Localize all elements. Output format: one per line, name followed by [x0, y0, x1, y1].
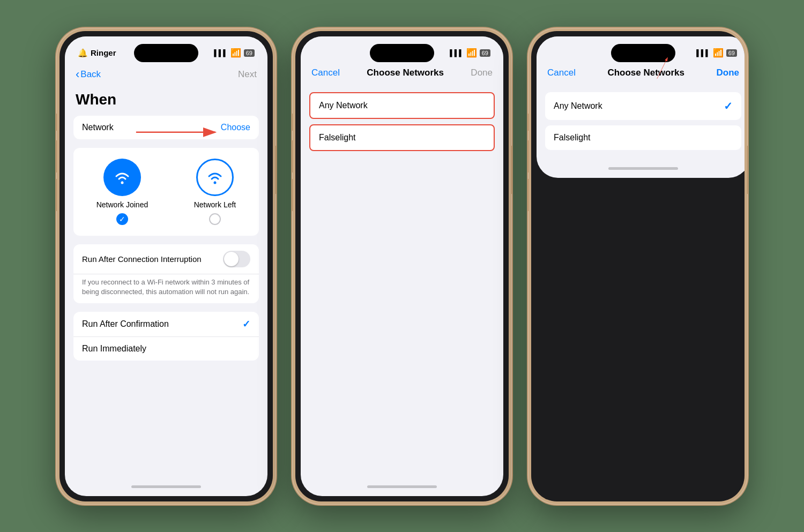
ringer-text: Ringer [91, 48, 116, 57]
wifi-left-circle [196, 159, 234, 196]
any-network-checkmark: ✓ [724, 100, 733, 113]
falselight-label-2: Falselight [319, 133, 355, 142]
any-network-item-2[interactable]: Any Network [309, 92, 495, 119]
cancel-label-2: Cancel [311, 68, 340, 78]
battery-status-2: 69 [480, 49, 490, 57]
nav-bar-3: Cancel Choose Networks Done [537, 63, 745, 83]
done-button-3[interactable]: Done [716, 68, 739, 78]
dynamic-island [134, 44, 198, 62]
interruption-row[interactable]: Run After Connection Interruption [73, 244, 259, 274]
signal-icon-3: ▌▌▌ [696, 49, 710, 57]
run-immediately-label: Run Immediately [82, 344, 146, 354]
battery-status-3: 69 [726, 49, 737, 57]
cancel-button-2[interactable]: Cancel [311, 68, 340, 78]
home-bar-2 [367, 485, 437, 488]
home-indicator-2 [301, 478, 503, 496]
any-network-label-2: Any Network [319, 101, 368, 110]
falselight-item-3[interactable]: Falselight [545, 125, 741, 150]
dynamic-island-2 [370, 44, 434, 62]
chevron-left-icon: ‹ [76, 68, 79, 81]
interruption-card: Run After Connection Interruption If you… [73, 244, 259, 303]
run-immediately-row[interactable]: Run Immediately [73, 337, 259, 361]
toggle-knob [224, 252, 239, 266]
interruption-desc: If you reconnect to a Wi-Fi network with… [73, 274, 259, 303]
nav-bar-1: ‹ Back Next [65, 63, 267, 86]
network-joined-radio[interactable]: ✓ [116, 213, 128, 225]
any-network-item-3[interactable]: Any Network ✓ [545, 92, 741, 120]
battery-status: 69 [244, 49, 255, 57]
home-indicator-1 [65, 478, 267, 496]
dynamic-island-3 [611, 44, 675, 62]
status-left-1: 🔔 Ringer [78, 48, 121, 58]
network-value: Choose [221, 123, 250, 132]
any-network-label-3: Any Network [554, 101, 602, 111]
run-after-confirmation-row[interactable]: Run After Confirmation ✓ [73, 312, 259, 337]
back-label-1: Back [80, 69, 101, 80]
signal-icon: ▌▌▌ [214, 49, 228, 57]
nav-bar-2: Cancel Choose Networks Done [301, 63, 503, 83]
confirmation-checkmark: ✓ [242, 318, 250, 330]
wifi-status-icon-2: 📶 [466, 48, 477, 58]
cancel-button-3[interactable]: Cancel [547, 68, 576, 78]
network-card: Network Choose [73, 116, 259, 139]
network-left-label: Network Left [194, 200, 236, 209]
content-1: When Network Choose [65, 86, 267, 478]
run-after-confirmation-label: Run After Confirmation [82, 319, 169, 329]
content-3: Any Network ✓ Falselight [537, 83, 745, 160]
run-options-card: Run After Confirmation ✓ Run Immediately [73, 312, 259, 361]
network-joined-option[interactable]: Network Joined ✓ [96, 159, 148, 225]
network-left-option[interactable]: Network Left [194, 159, 236, 225]
next-button[interactable]: Next [238, 69, 257, 80]
nav-title-3: Choose Networks [607, 68, 684, 78]
network-row[interactable]: Network Choose [73, 116, 259, 139]
phone-3: 3:04 ▌▌▌ 📶 69 Cancel Choose Networks Don… [528, 28, 748, 505]
wifi-left-icon [205, 169, 225, 185]
network-label: Network [82, 123, 114, 132]
interruption-label: Run After Connection Interruption [82, 254, 223, 264]
content-2: Any Network Falselight [301, 83, 503, 478]
network-joined-label: Network Joined [96, 200, 148, 209]
falselight-label-3: Falselight [554, 133, 590, 142]
phone-2: 3:03 ▌▌▌ 📶 69 Cancel Choose Networks Don… [292, 28, 512, 505]
wifi-status-icon-3: 📶 [713, 48, 724, 58]
signal-icon-2: ▌▌▌ [450, 49, 464, 57]
status-right-2: ▌▌▌ 📶 69 [448, 48, 490, 58]
network-left-radio[interactable] [209, 213, 221, 225]
back-button-1[interactable]: ‹ Back [76, 68, 101, 81]
section-title-1: When [73, 86, 259, 116]
nav-title-2: Choose Networks [367, 68, 444, 78]
home-bar-3 [608, 167, 678, 170]
status-right-3: ▌▌▌ 📶 69 [694, 48, 737, 58]
wifi-joined-icon [112, 169, 132, 185]
phone-1: 🔔 Ringer ▌▌▌ 📶 69 ‹ Back Next When [56, 28, 276, 505]
home-bar-1 [131, 485, 201, 488]
wifi-status-icon: 📶 [230, 48, 241, 58]
done-button-2[interactable]: Done [471, 68, 493, 78]
falselight-item-2[interactable]: Falselight [309, 124, 495, 151]
svg-point-0 [121, 181, 123, 184]
cancel-label-3: Cancel [547, 68, 576, 78]
home-indicator-3 [537, 160, 745, 178]
interruption-toggle[interactable] [223, 251, 250, 267]
wifi-joined-circle [103, 159, 141, 196]
svg-point-1 [213, 181, 216, 184]
network-type-card: Network Joined ✓ [73, 148, 259, 236]
bell-icon: 🔔 [78, 48, 88, 58]
network-grid: Network Joined ✓ [73, 148, 259, 236]
status-right-1: ▌▌▌ 📶 69 [212, 48, 255, 58]
